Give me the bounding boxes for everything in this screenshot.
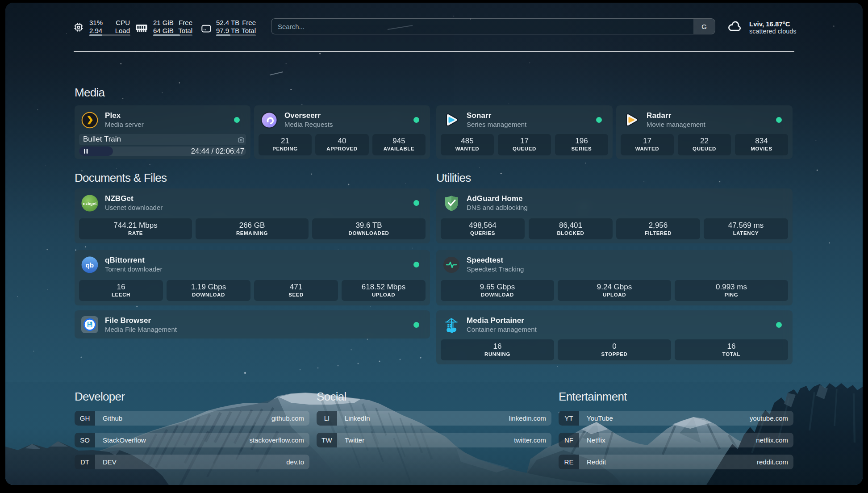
svg-text:qb: qb <box>86 261 94 269</box>
svg-text:nzbget: nzbget <box>83 201 97 206</box>
